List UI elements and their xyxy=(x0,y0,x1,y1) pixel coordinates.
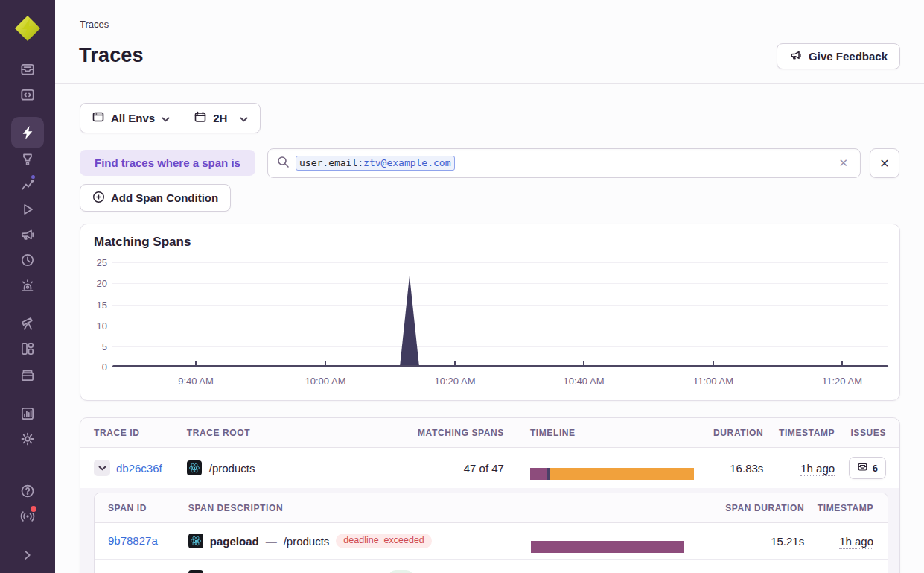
discover-icon[interactable] xyxy=(19,315,36,332)
issues-count: 6 xyxy=(873,463,878,474)
app-logo[interactable] xyxy=(13,13,42,43)
page-title: Traces xyxy=(79,44,144,67)
span-search-input[interactable]: user.email:ztv@example.com ✕ xyxy=(267,148,861,178)
trace-row: db26c36f /products 47 of 47 16.83s 1h ag… xyxy=(80,448,899,488)
matching-spans-chart-panel: Matching Spans 25 20 15 10 5 0 9:40 AM 1… xyxy=(80,224,900,401)
x-tick-mark xyxy=(583,361,584,366)
dashboards-icon[interactable] xyxy=(19,341,36,357)
trace-duration: 16.83s xyxy=(694,462,764,475)
y-tick-label: 0 xyxy=(85,361,107,373)
time-range-label: 2H xyxy=(213,112,227,124)
calendar-icon xyxy=(194,111,206,125)
insights-icon[interactable] xyxy=(19,151,36,168)
page-filter-bar: All Envs 2H xyxy=(80,103,261,133)
projects-icon[interactable] xyxy=(19,367,36,383)
issues-icon[interactable] xyxy=(19,61,36,77)
releases-icon[interactable] xyxy=(19,252,36,268)
breadcrumb[interactable]: Traces xyxy=(80,19,109,30)
trace-id-link[interactable]: db26c36f xyxy=(116,462,162,475)
x-tick-mark xyxy=(325,361,326,366)
span-id-link[interactable]: b7a7e441 xyxy=(108,571,158,573)
explore-icon[interactable] xyxy=(19,86,36,103)
span-timestamp[interactable]: 1h ago xyxy=(839,535,873,549)
col-matching-spans: Matching Spans xyxy=(417,428,504,438)
col-timeline: Timeline xyxy=(530,428,694,438)
x-tick-label: 10:20 AM xyxy=(435,376,476,387)
trace-expanded-zone: Span ID Span Description Span Duration T… xyxy=(80,488,899,573)
x-tick-label: 10:00 AM xyxy=(305,376,346,387)
span-op: pageload xyxy=(210,535,259,548)
give-feedback-button[interactable]: Give Feedback xyxy=(777,43,900,69)
col-span-timestamp: Timestamp xyxy=(804,503,873,513)
span-id-link[interactable]: 9b78827a xyxy=(108,534,158,547)
environment-selector[interactable]: All Envs xyxy=(80,104,182,133)
help-icon[interactable] xyxy=(19,483,36,499)
header-divider xyxy=(55,83,924,84)
add-span-condition-label: Add Span Condition xyxy=(111,191,218,204)
collapse-sidebar-icon[interactable] xyxy=(19,547,36,563)
trace-issues-button[interactable]: 6 xyxy=(849,457,886,479)
chevron-down-icon xyxy=(162,112,170,124)
feedback-icon[interactable] xyxy=(19,227,36,243)
x-tick-mark xyxy=(713,361,714,366)
remove-condition-button[interactable]: ✕ xyxy=(870,148,899,178)
x-tick-mark xyxy=(841,361,843,366)
spans-table: Span ID Span Description Span Duration T… xyxy=(94,493,888,573)
react-platform-icon xyxy=(188,534,203,548)
chevron-down-icon xyxy=(240,112,248,124)
chart-title: Matching Spans xyxy=(94,235,191,250)
traces-icon[interactable] xyxy=(19,124,36,141)
traces-table-header: Trace ID Trace Root Matching Spans Timel… xyxy=(80,418,899,448)
stats-icon[interactable] xyxy=(19,405,36,422)
col-trace-root: Trace Root xyxy=(187,428,417,438)
y-tick-label: 5 xyxy=(85,341,107,352)
col-duration: Duration xyxy=(694,428,764,438)
alerts-icon[interactable] xyxy=(19,277,36,294)
clear-search-icon[interactable]: ✕ xyxy=(835,153,851,173)
x-tick-label: 11:20 AM xyxy=(822,376,862,387)
trace-timestamp[interactable]: 1h ago xyxy=(800,462,835,476)
col-span-description: Span Description xyxy=(188,503,531,513)
x-tick-mark xyxy=(195,361,197,366)
dash-separator: — xyxy=(266,535,277,548)
y-tick-label: 15 xyxy=(85,300,107,311)
sidebar xyxy=(0,0,55,573)
metrics-notification-dot xyxy=(30,174,36,180)
time-range-selector[interactable]: 2H xyxy=(182,104,260,133)
col-trace-id: Trace ID xyxy=(94,428,187,438)
plus-circle-icon xyxy=(92,191,105,206)
collapse-trace-button[interactable] xyxy=(94,460,110,476)
traces-table: Trace ID Trace Root Matching Spans Timel… xyxy=(80,417,900,573)
replays-icon[interactable] xyxy=(19,201,36,218)
trace-root-name: /products xyxy=(209,462,255,475)
y-tick-label: 20 xyxy=(85,278,107,289)
issues-box-icon xyxy=(857,461,868,475)
react-platform-icon xyxy=(187,460,202,475)
span-status-badge: ok xyxy=(389,570,413,573)
span-row: 9b78827a pageload — /products deadline_e… xyxy=(95,523,888,559)
search-icon xyxy=(277,156,290,171)
environment-label: All Envs xyxy=(111,112,155,124)
y-tick-label: 25 xyxy=(85,257,107,268)
span-status-badge: deadline_exceeded xyxy=(336,534,431,548)
chart-series-area[interactable] xyxy=(112,258,888,367)
add-span-condition-button[interactable]: Add Span Condition xyxy=(80,184,231,212)
span-row: b7a7e441 GO http.server — GET /organizat… xyxy=(95,559,888,573)
spans-table-header: Span ID Span Description Span Duration T… xyxy=(95,493,888,523)
close-icon: ✕ xyxy=(879,156,889,171)
search-filter-token[interactable]: user.email:ztv@example.com xyxy=(296,156,455,171)
span-condition-pill: Find traces where a span is xyxy=(80,150,255,176)
window-icon xyxy=(92,111,104,125)
col-span-duration: Span Duration xyxy=(694,503,804,513)
span-description: /products xyxy=(284,535,330,548)
go-platform-icon: GO xyxy=(188,570,203,573)
give-feedback-label: Give Feedback xyxy=(809,50,888,63)
col-timestamp: Timestamp xyxy=(763,428,835,438)
x-axis-line xyxy=(112,365,888,367)
whats-new-notification-dot xyxy=(29,504,38,513)
megaphone-icon xyxy=(789,48,803,64)
settings-icon[interactable] xyxy=(19,431,36,447)
col-span-id: Span ID xyxy=(108,503,188,513)
y-tick-label: 10 xyxy=(85,320,107,332)
x-tick-label: 11:00 AM xyxy=(693,376,733,387)
